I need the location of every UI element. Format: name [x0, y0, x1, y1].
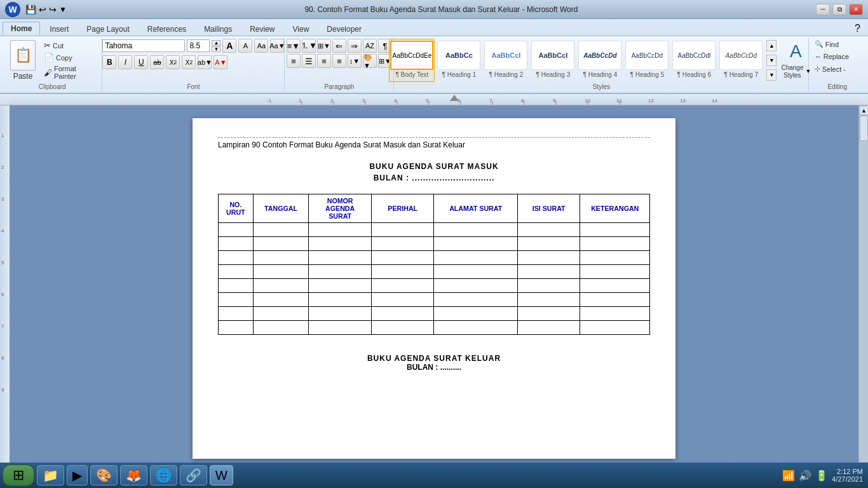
numbering-button[interactable]: ⒈▼ — [302, 39, 316, 53]
find-button[interactable]: 🔍 Find — [812, 39, 863, 50]
style-heading5[interactable]: AaBbCcDd ¶ Heading 5 — [624, 39, 670, 82]
firefox-icon: 🦊 — [126, 468, 142, 483]
align-center-button[interactable]: ☰ — [302, 54, 316, 68]
clipboard-group-label: Clipboard — [39, 83, 66, 90]
format-painter-button[interactable]: 🖌 Format Painter — [42, 64, 98, 81]
right-scrollbar[interactable]: ▲ ▼ — [858, 105, 868, 471]
style-heading2[interactable]: AaBbCcI ¶ Heading 2 — [483, 39, 529, 82]
text-highlight-button[interactable]: ab▼ — [198, 55, 212, 69]
scroll-thumb[interactable] — [860, 116, 868, 141]
help-icon[interactable]: ? — [850, 22, 865, 36]
cut-button[interactable]: ✂ Cut — [42, 40, 98, 51]
cell — [580, 279, 650, 293]
select-button[interactable]: ⊹ Select - — [812, 64, 863, 74]
taskbar-explorer[interactable]: 📁 — [37, 465, 64, 485]
scroll-track[interactable] — [859, 115, 868, 462]
style-heading7-label: ¶ Heading 7 — [724, 71, 759, 78]
paste-button[interactable]: 📋 Paste — [6, 39, 39, 82]
tab-insert[interactable]: Insert — [41, 22, 77, 36]
change-case-button[interactable]: Aa▼ — [270, 39, 284, 53]
subscript-button[interactable]: X2 — [166, 55, 180, 69]
align-right-button[interactable]: ≡ — [317, 54, 331, 68]
multilevel-list-button[interactable]: ⊞▼ — [317, 39, 331, 53]
cell — [219, 223, 254, 237]
tab-page-layout[interactable]: Page Layout — [78, 22, 137, 36]
tab-view[interactable]: View — [285, 22, 318, 36]
window-controls[interactable]: ─ ⧉ ✕ — [816, 4, 863, 15]
taskbar-mediaplayer[interactable]: ▶ — [67, 465, 88, 485]
align-left-button[interactable]: ≡ — [287, 54, 301, 68]
copy-button[interactable]: 📄 Copy — [42, 52, 98, 63]
clock-date: 4/27/2021 — [832, 475, 863, 483]
restore-button[interactable]: ⧉ — [832, 4, 846, 15]
font-size-input[interactable] — [187, 39, 210, 52]
sort-button[interactable]: AZ — [363, 39, 377, 53]
change-styles-button[interactable]: A Change Styles ▼ — [778, 39, 813, 82]
font-name-input[interactable] — [102, 39, 185, 52]
strikethrough-button[interactable]: ab — [150, 55, 164, 69]
undo-icon[interactable]: ↩ — [39, 4, 46, 15]
redo-icon[interactable]: ↪ — [49, 4, 57, 15]
cell — [219, 237, 254, 251]
style-heading3[interactable]: AaBbCcI ¶ Heading 3 — [530, 39, 576, 82]
taskbar-paint[interactable]: 🎨 — [90, 465, 118, 485]
font-size-decrease[interactable]: ▼ — [212, 46, 220, 52]
style-scroll-up[interactable]: ▲ — [766, 40, 776, 51]
taskbar: ⊞ 📁 ▶ 🎨 🦊 🌐 🔗 W 📶 🔊 🔋 2:12 PM 4/27/2021 — [0, 463, 868, 488]
svg-text:13: 13 — [680, 98, 686, 104]
shrink-font-button[interactable]: A — [238, 39, 252, 53]
customize-icon[interactable]: ▼ — [59, 5, 67, 14]
style-body-text-preview: AaBbCcDdEe — [390, 41, 433, 70]
underline-button[interactable]: U — [134, 55, 148, 69]
shading-button[interactable]: 🎨▼ — [363, 54, 377, 68]
start-button[interactable]: ⊞ — [3, 464, 34, 486]
grow-font-button[interactable]: A — [222, 39, 236, 53]
tab-mailings[interactable]: Mailings — [196, 22, 240, 36]
ribbon-content: 📋 Paste ✂ Cut 📄 Copy 🖌 — [0, 36, 868, 93]
tab-review[interactable]: Review — [241, 22, 283, 36]
style-scroll-down[interactable]: ▼ — [766, 55, 776, 66]
line-spacing-button[interactable]: ↕▼ — [348, 54, 362, 68]
justify-button[interactable]: ≡ — [332, 54, 346, 68]
scroll-up-button[interactable]: ▲ — [859, 105, 868, 115]
save-icon[interactable]: 💾 — [25, 4, 36, 15]
bold-button[interactable]: B — [102, 55, 116, 69]
tab-references[interactable]: References — [139, 22, 194, 36]
minimize-button[interactable]: ─ — [816, 4, 830, 15]
style-heading1[interactable]: AaBbCc ¶ Heading 1 — [436, 39, 482, 82]
tab-home[interactable]: Home — [3, 22, 40, 36]
quick-access-toolbar[interactable]: W 💾 ↩ ↪ ▼ — [5, 2, 67, 17]
font-color-button[interactable]: A▼ — [214, 55, 227, 69]
cell — [434, 279, 517, 293]
table-row — [219, 251, 650, 265]
cell — [434, 223, 517, 237]
taskbar-word[interactable]: W — [210, 465, 233, 485]
document-area[interactable]: Lampiran 90 Contoh Format Buku Agenda Su… — [10, 105, 858, 471]
close-button[interactable]: ✕ — [849, 4, 863, 15]
style-scroll-more[interactable]: ▼ — [766, 69, 776, 81]
style-heading4[interactable]: AaBbCcDd ¶ Heading 4 — [577, 39, 623, 82]
increase-indent-button[interactable]: ⇒ — [348, 39, 362, 53]
bullets-button[interactable]: ≡▼ — [287, 39, 301, 53]
select-label: Select - — [822, 65, 846, 73]
italic-button[interactable]: I — [118, 55, 132, 69]
battery-icon: 🔋 — [815, 470, 828, 482]
style-heading7[interactable]: AaBbCcDd ¶ Heading 7 — [718, 39, 764, 82]
taskbar-network[interactable]: 🔗 — [180, 465, 207, 485]
style-heading6[interactable]: AaBbCcDdl ¶ Heading 6 — [671, 39, 717, 82]
cell — [371, 223, 434, 237]
office-orb[interactable]: W — [5, 2, 20, 17]
replace-button[interactable]: ↔ Replace — [812, 51, 863, 62]
decrease-indent-button[interactable]: ⇐ — [332, 39, 346, 53]
tab-developer[interactable]: Developer — [318, 22, 370, 36]
font-area: ▲ ▼ A A Aa Aa▼ B I U ab X2 X2 — [102, 39, 284, 78]
clear-format-button[interactable]: Aa — [254, 39, 268, 53]
superscript-button[interactable]: X2 — [182, 55, 196, 69]
taskbar-chrome[interactable]: 🌐 — [150, 465, 177, 485]
document-page[interactable]: Lampiran 90 Contoh Format Buku Agenda Su… — [193, 118, 675, 459]
font-size-increase[interactable]: ▲ — [212, 40, 220, 46]
style-body-text[interactable]: AaBbCcDdEe ¶ Body Text — [389, 39, 435, 82]
col-keterangan: KETERANGAN — [580, 194, 650, 223]
ribbon-tab-bar: Home Insert Page Layout References Maili… — [0, 19, 868, 36]
taskbar-firefox[interactable]: 🦊 — [120, 465, 147, 485]
